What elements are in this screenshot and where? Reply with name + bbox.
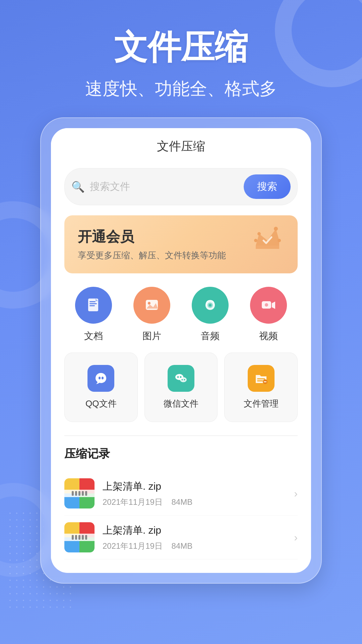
hero-subtitle: 速度快、功能全、格式多 [20,77,342,101]
search-bar[interactable]: 🔍 搜索文件 搜索 [64,168,298,205]
record-arrow-2: › [294,531,298,544]
category-icon-image [133,287,170,324]
svg-rect-5 [89,301,96,302]
tool-section: QQ文件 微信 [51,353,311,432]
svg-point-22 [184,379,185,380]
hero-section: 文件压缩 速度快、功能全、格式多 [0,0,362,117]
svg-point-21 [182,379,183,380]
record-info-2: 上架清单. zip 2021年11月19日 84MB [103,524,286,551]
phone-inner: 文件压缩 🔍 搜索文件 搜索 开通会员 享受更多压缩、解压、文件转换等功能 [51,128,311,573]
svg-rect-24 [257,380,263,381]
category-grid: 文档 图片 [64,287,298,342]
svg-point-0 [274,227,278,231]
category-label-audio: 音频 [201,330,220,342]
svg-point-12 [209,304,212,307]
svg-point-16 [102,377,104,379]
category-item-doc[interactable]: 文档 [75,287,112,342]
search-button[interactable]: 搜索 [244,174,291,199]
svg-point-3 [278,239,281,242]
section-divider [64,435,298,436]
tool-label-qq: QQ文件 [85,398,116,410]
tool-item-files[interactable]: 文件管理 [224,353,298,422]
search-icon: 🔍 [71,180,85,193]
record-info-1: 上架清单. zip 2021年11月19日 84MB [103,480,286,507]
zip-icon-1 [64,478,95,508]
zip-icon-2 [64,522,95,552]
phone-mockup: 文件压缩 🔍 搜索文件 搜索 开通会员 享受更多压缩、解压、文件转换等功能 [40,117,322,584]
record-name-2: 上架清单. zip [103,524,286,537]
hero-title: 文件压缩 [20,27,342,67]
category-icon-audio [192,287,229,324]
svg-point-1 [257,232,261,235]
record-arrow-1: › [294,487,298,500]
tool-item-wechat[interactable]: 微信文件 [144,353,218,422]
category-section: 文档 图片 [51,283,311,353]
records-section: 压缩记录 [51,446,311,559]
search-section: 🔍 搜索文件 搜索 [51,161,311,215]
svg-rect-26 [264,381,266,382]
tool-grid: QQ文件 微信 [64,353,298,422]
record-meta-1: 2021年11月19日 84MB [103,497,286,507]
svg-rect-6 [89,303,97,304]
vip-banner[interactable]: 开通会员 享受更多压缩、解压、文件转换等功能 [64,215,298,273]
category-item-image[interactable]: 图片 [133,287,170,342]
svg-point-2 [254,239,257,242]
tool-item-qq[interactable]: QQ文件 [64,353,138,422]
tool-icon-files [248,365,275,392]
records-title: 压缩记录 [64,446,298,462]
tool-label-wechat: 微信文件 [164,398,198,410]
crown-icon [251,222,284,263]
svg-point-9 [148,302,150,305]
category-icon-doc [75,287,112,324]
category-label-video: 视频 [259,330,278,342]
svg-point-15 [99,377,101,379]
svg-point-18 [177,376,179,378]
svg-point-14 [265,303,268,307]
phone-header: 文件压缩 [51,128,311,161]
tool-icon-qq [87,365,114,392]
category-item-video[interactable]: 视频 [250,287,287,342]
tool-icon-wechat [168,365,194,392]
tool-label-files: 文件管理 [244,398,279,410]
record-item-2[interactable]: 上架清单. zip 2021年11月19日 84MB › [64,516,298,559]
record-meta-2: 2021年11月19日 84MB [103,541,286,551]
svg-rect-7 [89,305,95,306]
svg-point-20 [180,377,187,382]
record-name-1: 上架清单. zip [103,480,286,493]
category-icon-video [250,287,287,324]
page-content: 文件压缩 速度快、功能全、格式多 文件压缩 🔍 搜索文件 搜索 开通会员 享受更… [0,0,362,584]
category-label-image: 图片 [142,330,161,342]
phone-app-title: 文件压缩 [68,138,294,155]
svg-point-19 [180,376,182,378]
record-item-1[interactable]: 上架清单. zip 2021年11月19日 84MB › [64,472,298,516]
svg-rect-23 [257,378,265,379]
search-input[interactable]: 搜索文件 [90,180,239,194]
category-label-doc: 文档 [84,330,103,342]
category-item-audio[interactable]: 音频 [192,287,229,342]
